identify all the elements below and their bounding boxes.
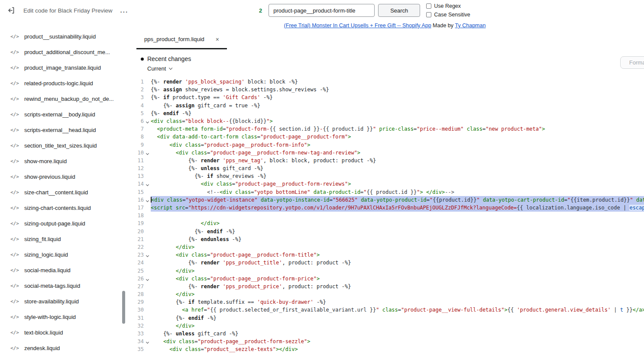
code-text[interactable]: <div data-add-to-cart-form class="produc…	[151, 133, 644, 141]
code-line[interactable]: 32 </div>	[126, 322, 644, 330]
code-line[interactable]: 23 <div class="product-page__product-for…	[126, 251, 644, 259]
fold-chevron-icon[interactable]	[146, 183, 149, 186]
tab-close-icon[interactable]: ×	[216, 36, 219, 43]
sidebar-file-item[interactable]: </>scripts-external__body.liquid	[0, 106, 126, 122]
code-text[interactable]: <div class="yotpo-widget-instance" data-…	[151, 196, 644, 204]
code-text[interactable]: <div class="block block--{{block.id}}">	[151, 117, 644, 125]
code-line[interactable]: 35 <div class="product__sezzle-texts"></…	[126, 345, 644, 353]
code-line[interactable]: 31 {%- endif -%}	[126, 314, 644, 322]
sidebar-file-item[interactable]: </>scripts-external__head.liquid	[0, 122, 126, 138]
use-regex-checkbox[interactable]	[426, 3, 431, 9]
code-line[interactable]: 12 {%- unless gift_card -%}	[126, 164, 644, 172]
code-line[interactable]: 2{%- assign show_reviews = block.setting…	[126, 86, 644, 93]
code-text[interactable]: {%- render 'pps_block_spacing' block: bl…	[151, 78, 644, 86]
fold-chevron-icon[interactable]	[146, 152, 149, 155]
use-regex-option[interactable]: Use Regex	[426, 3, 470, 9]
code-line[interactable]: 6<div class="block block--{{block.id}}">	[126, 117, 644, 125]
case-sensitive-option[interactable]: Case Sensitive	[426, 12, 470, 18]
sidebar-scrollbar[interactable]	[122, 291, 125, 324]
code-line[interactable]: 20 {%- endif -%}	[126, 228, 644, 235]
code-line[interactable]: 15 <!--<div class="yotpo bottomLine" dat…	[126, 188, 644, 196]
sidebar-file-item[interactable]: </>social-meta-tags.liquid	[0, 278, 126, 293]
sidebar-file-item[interactable]: </>product__sustainability.liquid	[0, 29, 126, 44]
code-line[interactable]: 24 {%- render 'pps_product_title', produ…	[126, 259, 644, 267]
code-line[interactable]: 7 <product-meta form-id="product-form-{{…	[126, 125, 644, 133]
code-text[interactable]: <div class="product-page__product-form-n…	[151, 149, 644, 157]
sidebar-file-item[interactable]: </>section_title_text_sizes.liquid	[0, 138, 126, 153]
sidebar-file-item[interactable]: </>product_additional_discount_me...	[0, 44, 126, 60]
code-text[interactable]: {%- render 'pps_new_tag', block: block, …	[151, 157, 644, 164]
overflow-menu-button[interactable]: ...	[120, 6, 129, 14]
code-text[interactable]: <script src="https://cdn-widgetsreposito…	[151, 204, 644, 212]
code-line[interactable]: 28 </div>	[126, 290, 644, 298]
code-text[interactable]: {%- endunless -%}	[151, 235, 644, 243]
code-text[interactable]: </div>	[151, 322, 644, 330]
sidebar-file-item[interactable]: </>store-availability.liquid	[0, 293, 126, 309]
code-text[interactable]: </div>	[151, 290, 644, 298]
search-input[interactable]	[269, 4, 375, 17]
code-text[interactable]: {%- endif -%}	[151, 228, 644, 235]
code-text[interactable]: <div class="product__sezzle-texts"></div…	[151, 345, 644, 353]
sidebar-file-item[interactable]: </>text-block.liquid	[0, 325, 126, 340]
code-line[interactable]: 3{%- if product.type == 'Gift Cards' -%}	[126, 93, 644, 101]
code-line[interactable]: 1{%- render 'pps_block_spacing' block: b…	[126, 78, 644, 86]
code-line[interactable]: 22 </div>	[126, 243, 644, 251]
sidebar-file-item[interactable]: </>style-with-logic.liquid	[0, 309, 126, 325]
code-text[interactable]: {%- unless gift_card -%}	[151, 330, 644, 338]
case-sensitive-checkbox[interactable]	[426, 12, 431, 17]
code-text[interactable]: {%- render 'pps_product_title', product:…	[151, 259, 644, 267]
sidebar-file-item[interactable]: </>show-more.liquid	[0, 153, 126, 169]
code-text[interactable]: {%- assign gift_card = true -%}	[151, 102, 644, 109]
code-line[interactable]: 17<script src="https://cdn-widgetsreposi…	[126, 204, 644, 212]
fold-chevron-icon[interactable]	[146, 120, 149, 123]
sidebar-file-item[interactable]: </>size-chart__content.liquid	[0, 184, 126, 200]
code-text[interactable]: <div class="product-page__product-form-t…	[151, 251, 644, 259]
version-dropdown[interactable]: Current	[147, 65, 172, 72]
code-text[interactable]: {%- if product.type == 'Gift Cards' -%}	[151, 93, 644, 101]
code-text[interactable]: <div class="product-page__product-form-s…	[151, 338, 644, 345]
sidebar-file-item[interactable]: </>sizing-output-page.liquid	[0, 216, 126, 231]
code-line[interactable]: 5{%- endif -%}	[126, 109, 644, 117]
fold-chevron-icon[interactable]	[146, 341, 149, 344]
code-line[interactable]: 11 {%- render 'pps_new_tag', block: bloc…	[126, 157, 644, 164]
code-text[interactable]: </div>	[151, 267, 644, 275]
code-text[interactable]: <a href="{{ product.selected_or_first_av…	[151, 306, 644, 314]
code-line[interactable]: 33 {%- unless gift_card -%}	[126, 330, 644, 338]
fold-chevron-icon[interactable]	[146, 278, 149, 281]
sidebar-file-item[interactable]: </>product_image_translate.liquid	[0, 60, 126, 75]
sidebar-file-item[interactable]: </>sizing_fit.liquid	[0, 231, 126, 247]
code-text[interactable]: {%- assign show_reviews = block.settings…	[151, 86, 644, 93]
code-line[interactable]: 14 <div class="product-page__product-for…	[126, 180, 644, 188]
code-text[interactable]: {%- if show_reviews -%}	[151, 172, 644, 180]
code-text[interactable]: <div class="product-page__product-form-r…	[151, 180, 644, 188]
sidebar-file-item[interactable]: </>sizing_logic.liquid	[0, 247, 126, 262]
code-line[interactable]: 9 <div class="product-page__product-form…	[126, 141, 644, 149]
exit-button[interactable]	[6, 5, 16, 16]
search-button[interactable]: Search	[378, 4, 420, 17]
code-line[interactable]: 25 </div>	[126, 267, 644, 275]
code-line[interactable]: 27 {%- render 'pps_product_price', produ…	[126, 283, 644, 290]
code-line[interactable]: 26 <div class="product-page__product-for…	[126, 275, 644, 283]
code-line[interactable]: 8 <div data-add-to-cart-form class="prod…	[126, 133, 644, 141]
code-line[interactable]: 34 <div class="product-page__product-for…	[126, 338, 644, 345]
code-text[interactable]: {%- render 'pps_product_price', product:…	[151, 283, 644, 290]
code-text[interactable]: {%- endif -%}	[151, 314, 644, 322]
code-line[interactable]: 30 <a href="{{ product.selected_or_first…	[126, 306, 644, 314]
author-link[interactable]: Ty Chapman	[455, 23, 486, 29]
sidebar-file-item[interactable]: </>show-previous.liquid	[0, 169, 126, 184]
code-line[interactable]: 21 {%- endunless -%}	[126, 235, 644, 243]
code-text[interactable]: {%- unless gift_card -%}	[151, 164, 644, 172]
code-line[interactable]: 29 {%- if template.suffix == 'quick-buy-…	[126, 298, 644, 306]
tab-pps-product-form[interactable]: pps_product_form.liquid ×	[136, 30, 227, 49]
code-text[interactable]: {%- endif -%}	[151, 109, 644, 117]
code-text[interactable]: <div class="product-page__product-form-p…	[151, 275, 644, 283]
code-text[interactable]	[151, 212, 644, 219]
sidebar-file-item[interactable]: </>rewind_menu_backup_do_not_de...	[0, 91, 126, 106]
sidebar-file-item[interactable]: </>social-media.liquid	[0, 262, 126, 278]
format-button[interactable]: Format	[620, 56, 644, 69]
code-text[interactable]: <div class="product-page__product-form-i…	[151, 141, 644, 149]
fold-chevron-icon[interactable]	[146, 254, 149, 257]
code-line[interactable]: 16<div class="yotpo-widget-instance" dat…	[126, 196, 644, 204]
sidebar-file-item[interactable]: </>zendesk.liquid	[0, 340, 126, 354]
code-editor[interactable]: 1{%- render 'pps_block_spacing' block: b…	[126, 77, 644, 354]
